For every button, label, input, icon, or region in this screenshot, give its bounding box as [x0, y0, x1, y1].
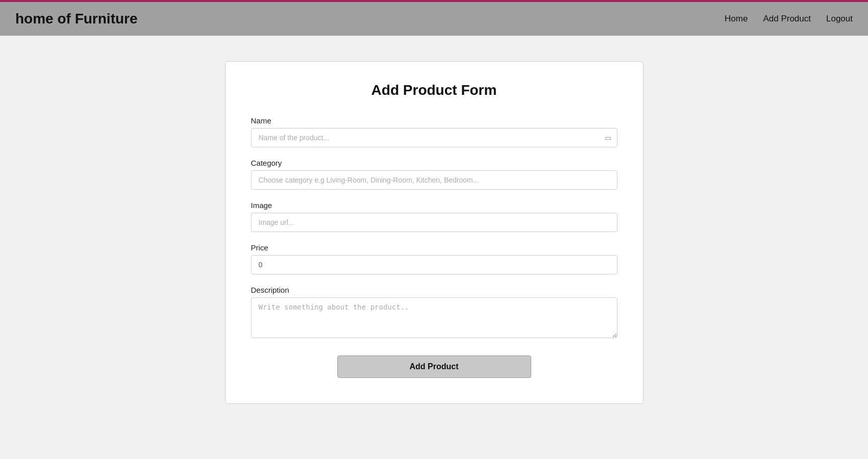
image-input[interactable]	[251, 213, 617, 232]
name-field-group: Name ▭	[251, 116, 617, 147]
image-field-group: Image	[251, 201, 617, 232]
navbar-brand[interactable]: home of Furniture	[15, 11, 138, 27]
description-label: Description	[251, 286, 617, 294]
description-field-group: Description	[251, 286, 617, 340]
price-field-group: Price	[251, 243, 617, 274]
form-title: Add Product Form	[251, 82, 617, 98]
nav-links: Home Add Product Logout	[725, 14, 853, 24]
nav-link-logout[interactable]: Logout	[826, 14, 853, 24]
description-textarea[interactable]	[251, 297, 617, 338]
name-label: Name	[251, 116, 617, 125]
name-input[interactable]	[251, 128, 617, 147]
image-label: Image	[251, 201, 617, 210]
category-input[interactable]	[251, 170, 617, 190]
name-input-icon: ▭	[605, 134, 611, 142]
category-label: Category	[251, 159, 617, 167]
price-input[interactable]	[251, 255, 617, 274]
nav-link-add-product[interactable]: Add Product	[763, 14, 811, 24]
price-label: Price	[251, 243, 617, 252]
main-content: Add Product Form Name ▭ Category Image P…	[0, 36, 868, 429]
nav-link-home[interactable]: Home	[725, 14, 748, 24]
name-input-wrapper: ▭	[251, 128, 617, 147]
form-card: Add Product Form Name ▭ Category Image P…	[225, 61, 643, 404]
category-field-group: Category	[251, 159, 617, 190]
add-product-button[interactable]: Add Product	[337, 355, 531, 378]
navbar: home of Furniture Home Add Product Logou…	[0, 0, 868, 36]
